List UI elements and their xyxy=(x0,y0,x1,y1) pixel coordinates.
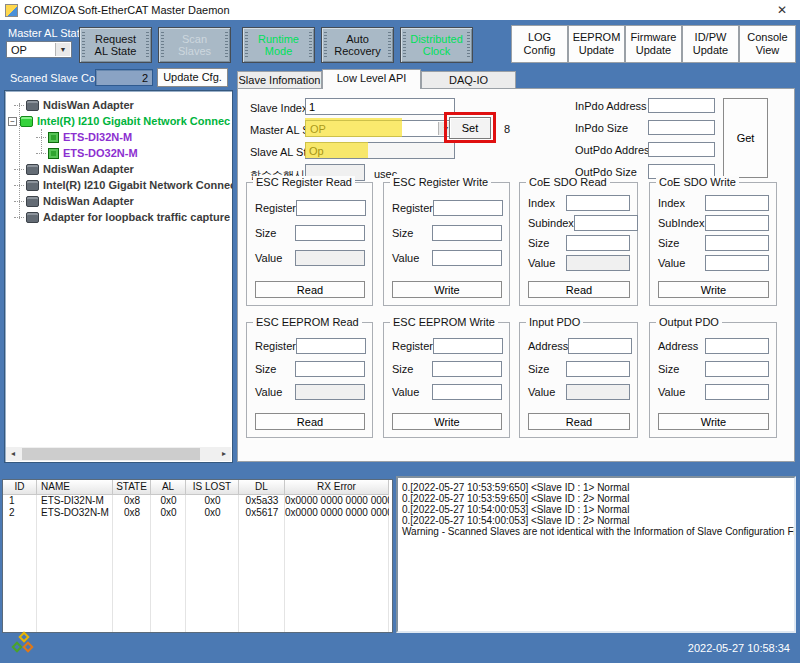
slave-device-icon xyxy=(48,132,59,143)
distributed-clock-button[interactable]: Distributed Clock xyxy=(400,27,473,63)
index-input[interactable] xyxy=(566,195,630,211)
horizontal-scrollbar[interactable]: ◂ ▸ xyxy=(6,447,231,461)
console-view-button[interactable]: Console View xyxy=(739,25,796,63)
tree-item-ndiswan-1[interactable]: NdisWan Adapter xyxy=(14,97,134,113)
tree-item-intel-i210[interactable]: Intel(R) I210 Gigabit Network Connec xyxy=(14,177,233,193)
write-button[interactable]: Write xyxy=(392,413,502,430)
idpw-update-button[interactable]: ID/PW Update xyxy=(682,25,739,63)
slave-index-input[interactable] xyxy=(305,98,455,115)
register-input[interactable] xyxy=(296,338,366,354)
master-al-state-select[interactable]: OP ▼ xyxy=(305,120,455,137)
slave-al-state-field xyxy=(305,142,455,159)
group-esc-register-read: ESC Register Read Register Size Value Re… xyxy=(246,182,373,306)
tree-item-ndiswan-3[interactable]: NdisWan Adapter xyxy=(14,193,134,209)
scrollbar-thumb[interactable] xyxy=(22,448,200,460)
log-config-button[interactable]: LOG Config xyxy=(511,25,568,63)
get-button[interactable]: Get xyxy=(723,98,768,178)
size-input[interactable] xyxy=(705,235,769,251)
collapse-icon[interactable]: − xyxy=(8,117,17,126)
eeprom-update-button[interactable]: EEPROM Update xyxy=(568,25,625,63)
field-label: Register xyxy=(392,202,433,214)
col-dl[interactable]: DL xyxy=(239,480,285,495)
group-title: CoE SDO Read xyxy=(526,176,610,188)
col-name[interactable]: NAME xyxy=(37,480,113,495)
network-adapter-icon xyxy=(26,164,39,175)
tree-item-loopback-adapter[interactable]: Adapter for loopback traffic capture xyxy=(14,209,230,225)
col-al[interactable]: AL xyxy=(151,480,186,495)
tree-item-ets-di32n-m[interactable]: ETS-DI32N-M xyxy=(36,129,132,145)
value-input[interactable] xyxy=(705,255,769,271)
value-input[interactable] xyxy=(705,384,769,400)
size-input[interactable] xyxy=(295,225,365,241)
write-button[interactable]: Write xyxy=(658,413,769,430)
inpdo-size-input[interactable] xyxy=(648,120,715,135)
event-log[interactable]: 0.[2022-05-27 10:53:59:650] <Slave ID : … xyxy=(396,476,796,633)
col-is-lost[interactable]: IS LOST xyxy=(186,480,239,495)
update-cfg-button[interactable]: Update Cfg. xyxy=(157,68,228,87)
group-title: Input PDO xyxy=(526,316,583,328)
network-adapter-icon xyxy=(26,212,39,223)
group-esc-register-write: ESC Register Write Register Size Value W… xyxy=(383,182,510,306)
write-button[interactable]: Write xyxy=(392,281,502,298)
size-input[interactable] xyxy=(295,361,365,377)
chevron-down-icon[interactable]: ▼ xyxy=(55,43,70,56)
tab-low-level-api[interactable]: Low Level API xyxy=(322,69,421,89)
subindex-input[interactable] xyxy=(574,215,638,231)
field-label: Size xyxy=(658,237,679,249)
register-input[interactable] xyxy=(296,200,366,216)
field-label: Value xyxy=(255,252,282,264)
outpdo-address-input[interactable] xyxy=(648,142,715,157)
subindex-input[interactable] xyxy=(705,215,769,231)
tab-slave-information[interactable]: Slave Infomation xyxy=(237,71,322,89)
scroll-right-icon[interactable]: ▸ xyxy=(217,447,231,461)
field-label: Value xyxy=(528,386,555,398)
scroll-left-icon[interactable]: ◂ xyxy=(6,447,20,461)
close-icon[interactable]: ✕ xyxy=(774,2,790,18)
field-label: Value xyxy=(392,386,419,398)
size-input[interactable] xyxy=(432,225,502,241)
col-rx-error[interactable]: RX Error xyxy=(285,480,389,495)
read-button[interactable]: Read xyxy=(528,281,630,298)
index-input[interactable] xyxy=(705,195,769,211)
value-input[interactable] xyxy=(432,250,502,266)
size-input[interactable] xyxy=(705,361,769,377)
log-line: 0.[2022-05-27 10:54:00:053] <Slave ID : … xyxy=(402,504,790,515)
master-al-state-dropdown[interactable]: OP ▼ xyxy=(6,41,72,58)
table-row[interactable]: 2 ETS-DO32N-M 0x8 0x0 0x0 0x5617 0x0000 … xyxy=(3,507,392,519)
register-input[interactable] xyxy=(433,338,503,354)
col-id[interactable]: ID xyxy=(3,480,37,495)
field-label: Size xyxy=(392,363,413,375)
field-label: Value xyxy=(658,386,685,398)
set-note: 8 xyxy=(504,123,510,135)
size-input[interactable] xyxy=(432,361,502,377)
title-bar: COMIZOA Soft-EtherCAT Master Daemon ✕ xyxy=(0,0,800,20)
address-input[interactable] xyxy=(705,338,769,354)
col-state[interactable]: STATE xyxy=(113,480,151,495)
scan-slaves-button[interactable]: Scan Slaves xyxy=(158,27,231,63)
group-title: Output PDO xyxy=(656,316,722,328)
size-input[interactable] xyxy=(566,235,630,251)
inpdo-size-label: InPdo Size xyxy=(575,122,628,134)
tree-item-intel-i210-active[interactable]: − Intel(R) I210 Gigabit Network Connec xyxy=(8,113,230,129)
auto-recovery-button[interactable]: Auto Recovery xyxy=(321,27,394,63)
tab-daq-io[interactable]: DAQ-IO xyxy=(421,71,516,89)
table-row[interactable]: 1 ETS-DI32N-M 0x8 0x0 0x0 0x5a33 0x0000 … xyxy=(3,495,392,507)
firmware-update-button[interactable]: Firmware Update xyxy=(625,25,682,63)
register-input[interactable] xyxy=(433,200,503,216)
value-input[interactable] xyxy=(432,384,502,400)
address-input[interactable] xyxy=(568,338,632,354)
request-al-state-button[interactable]: Request AL State xyxy=(79,27,152,63)
write-button[interactable]: Write xyxy=(658,281,769,298)
runtime-mode-button[interactable]: Runtime Mode xyxy=(242,27,315,63)
size-input[interactable] xyxy=(566,361,630,377)
read-button[interactable]: Read xyxy=(255,413,365,430)
read-button[interactable]: Read xyxy=(528,413,630,430)
tree-item-ets-do32n-m[interactable]: ETS-DO32N-M xyxy=(36,145,138,161)
value-field xyxy=(566,384,630,400)
field-label: Address xyxy=(528,340,568,352)
read-button[interactable]: Read xyxy=(255,281,365,298)
inpdo-address-input[interactable] xyxy=(648,98,715,113)
tree-item-ndiswan-2[interactable]: NdisWan Adapter xyxy=(14,161,134,177)
set-button[interactable]: Set xyxy=(449,117,491,139)
scanned-slave-count-value: 2 xyxy=(95,69,153,86)
